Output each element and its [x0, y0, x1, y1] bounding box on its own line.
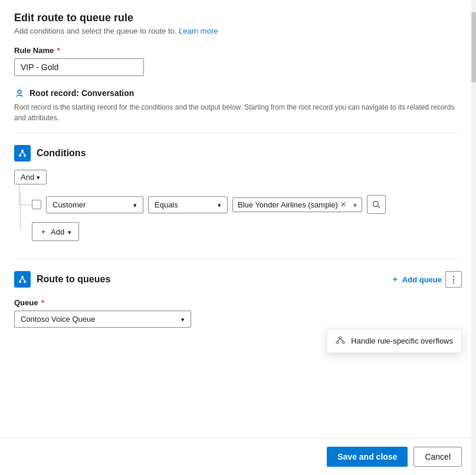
more-dots-icon: ⋮: [449, 274, 458, 285]
value-tag: Blue Yonder Airlines (sample) ✕: [238, 200, 346, 209]
svg-line-16: [337, 339, 340, 341]
conditions-header: Conditions: [14, 145, 462, 161]
conditions-area: And Customer: [14, 170, 462, 247]
main-content: Edit route to queue rule Add conditions …: [0, 0, 476, 438]
page-title: Edit route to queue rule: [14, 12, 462, 24]
queue-chevron-icon: [181, 315, 185, 324]
more-options-button[interactable]: ⋮: [445, 271, 462, 288]
handle-overflows-item[interactable]: Handle rule-specific overflows: [327, 329, 461, 352]
root-record-icon: [14, 88, 25, 98]
value-tag-close-icon[interactable]: ✕: [340, 200, 346, 209]
svg-line-11: [20, 278, 22, 281]
route-title: Route to queues: [37, 274, 110, 285]
operator-dropdown[interactable]: Equals: [148, 196, 228, 213]
page-subtitle: Add conditions and select the queue to r…: [14, 27, 462, 35]
scrollbar[interactable]: [471, 0, 476, 475]
field-chevron-icon: [133, 200, 137, 209]
svg-point-0: [18, 90, 21, 94]
root-record-label: Root record: Conversation: [29, 88, 134, 98]
search-button[interactable]: [367, 195, 386, 214]
svg-line-7: [378, 206, 380, 209]
rule-name-input[interactable]: [14, 58, 144, 76]
field-dropdown[interactable]: Customer: [46, 196, 143, 213]
svg-point-10: [24, 281, 26, 283]
condition-row: Customer Equals Blue Yonder Airlines (sa…: [32, 192, 462, 217]
add-icon: ＋: [40, 226, 47, 237]
route-header-left: Route to queues: [14, 271, 110, 288]
queue-dropdown[interactable]: Contoso Voice Queue: [14, 311, 191, 328]
root-record-section: Root record: Conversation Root record is…: [14, 88, 462, 133]
queue-field-section: Queue * Contoso Voice Queue: [14, 298, 462, 328]
svg-point-2: [19, 154, 21, 157]
add-chevron-icon: [68, 227, 71, 236]
and-dropdown[interactable]: And: [14, 170, 47, 184]
svg-point-3: [24, 154, 26, 157]
route-icon: [14, 271, 31, 288]
cancel-button[interactable]: Cancel: [413, 447, 462, 467]
svg-line-5: [22, 152, 25, 154]
svg-point-13: [339, 337, 342, 339]
and-chevron-icon: [37, 173, 40, 182]
svg-line-17: [340, 339, 343, 341]
learn-more-link[interactable]: Learn more: [179, 27, 218, 35]
conditions-icon: [14, 145, 31, 161]
overflow-label: Handle rule-specific overflows: [351, 337, 453, 345]
page-container: Edit route to queue rule Add conditions …: [0, 0, 476, 475]
field-value: Customer: [52, 200, 86, 209]
conditions-section: Conditions And: [14, 145, 462, 247]
svg-point-6: [373, 202, 379, 207]
svg-point-15: [342, 341, 344, 344]
route-header-right: ＋ Add queue ⋮: [391, 271, 462, 288]
footer: Save and close Cancel: [0, 438, 476, 475]
conditions-title: Conditions: [37, 148, 86, 159]
value-chevron-icon: [353, 200, 357, 209]
rule-name-section: Rule Name *: [14, 46, 462, 76]
svg-line-4: [20, 152, 22, 154]
route-header: Route to queues ＋ Add queue ⋮: [14, 271, 462, 288]
overflow-icon: [336, 335, 345, 347]
add-queue-button[interactable]: ＋ Add queue: [391, 274, 442, 285]
queue-label: Queue *: [14, 298, 462, 307]
scroll-thumb[interactable]: [471, 12, 476, 83]
svg-point-1: [21, 150, 24, 152]
queue-value: Contoso Voice Queue: [21, 315, 95, 324]
subtitle-text: Add conditions and select the queue to r…: [14, 27, 179, 35]
add-condition-button[interactable]: ＋ Add: [32, 222, 79, 241]
root-record-header: Root record: Conversation: [14, 88, 462, 98]
operator-value: Equals: [155, 200, 178, 209]
rule-name-label: Rule Name *: [14, 46, 462, 55]
value-field[interactable]: Blue Yonder Airlines (sample) ✕: [232, 197, 362, 212]
svg-point-8: [21, 276, 24, 278]
overflow-dropdown-popup: Handle rule-specific overflows: [327, 329, 462, 353]
svg-line-12: [22, 278, 25, 281]
svg-point-14: [336, 341, 339, 344]
add-queue-plus-icon: ＋: [391, 274, 399, 285]
operator-chevron-icon: [218, 200, 221, 209]
save-and-close-button[interactable]: Save and close: [327, 447, 408, 467]
section-divider: [14, 259, 462, 259]
root-record-desc: Root record is the starting record for t…: [14, 102, 462, 123]
svg-point-9: [19, 281, 21, 283]
route-queues-section: Route to queues ＋ Add queue ⋮ Queue *: [14, 271, 462, 328]
condition-checkbox[interactable]: [32, 200, 41, 209]
